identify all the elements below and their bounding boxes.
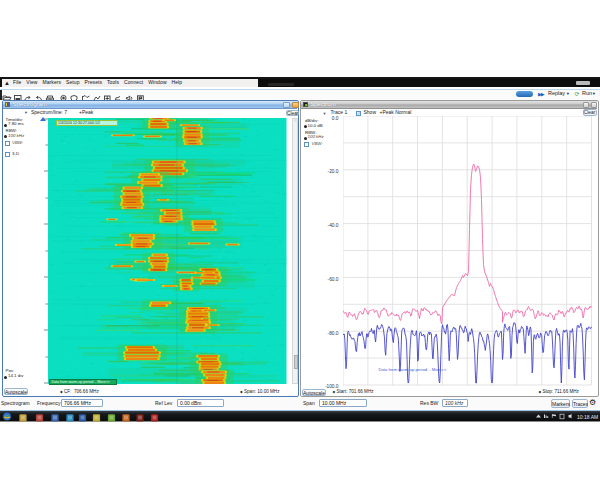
- svg-text:10:18 AM: 10:18 AM: [577, 413, 598, 419]
